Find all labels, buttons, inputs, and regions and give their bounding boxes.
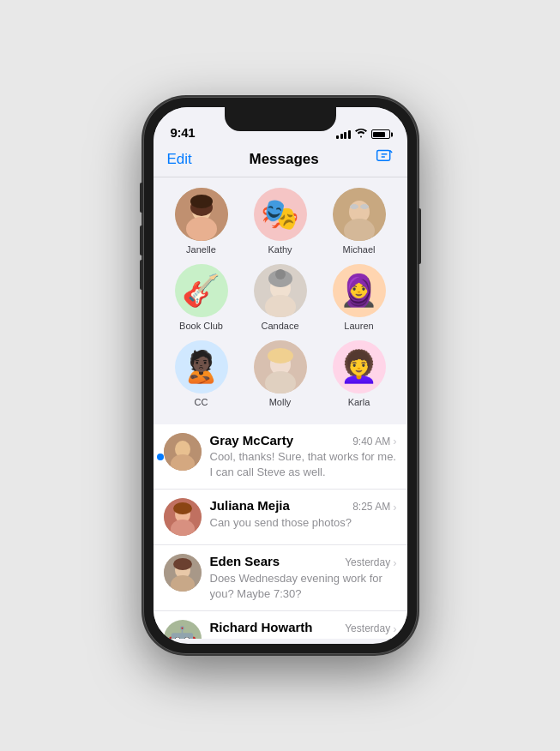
avatar-molly [254,340,307,394]
avatar-juliana [164,498,202,536]
pinned-contact-molly[interactable]: Molly [250,340,311,408]
message-header-eden: Eden Sears Yesterday › [210,554,397,569]
avatar-bookclub: 🎸 [175,264,228,317]
sender-name-gray: Gray McCarty [210,433,294,448]
chevron-eden: › [393,556,396,569]
message-content-gray: Gray McCarty 9:40 AM › Cool, thanks! Sur… [210,433,397,481]
message-preview-richard: Wow, that's so cool! [210,637,397,639]
pinned-contact-janelle[interactable]: Janelle [171,188,232,255]
svg-point-28 [173,502,192,514]
svg-rect-0 [377,151,390,161]
nav-bar: Edit Messages [154,145,407,177]
page-title: Messages [250,151,319,168]
message-item-juliana[interactable]: Juliana Mejia 8:25 AM › Can you send tho… [154,490,407,545]
svg-point-21 [268,348,293,363]
pinned-name-cc: CC [195,397,208,408]
battery-icon [371,129,390,139]
pinned-contact-candace[interactable]: Candace [250,264,311,332]
chevron-gray: › [393,435,396,448]
avatar-richard: 🤖 [164,620,202,639]
status-icons [336,129,390,140]
message-item-gray[interactable]: Gray McCarty 9:40 AM › Cool, thanks! Sur… [154,424,407,490]
avatar-cc: 🙎🏿 [175,340,228,394]
pinned-contact-lauren[interactable]: 🧕 Lauren [328,264,390,332]
pinned-name-candace: Candace [261,321,298,332]
message-preview-juliana: Can you send those photos? [210,515,397,531]
sender-name-juliana: Juliana Mejia [210,498,290,513]
message-item-richard[interactable]: 🤖 Richard Howarth Yesterday › Wow, that'… [154,611,407,639]
svg-point-12 [360,204,369,209]
pinned-contact-cc[interactable]: 🙎🏿 CC [171,340,232,408]
pinned-contact-bookclub[interactable]: 🎸 Book Club [171,264,232,332]
pinned-contact-michael[interactable]: Michael [328,188,390,255]
avatar-karla: 👩‍🦱 [333,340,386,394]
message-time-richard: Yesterday › [345,622,396,635]
sender-name-richard: Richard Howarth [210,620,313,634]
notch [225,107,336,131]
pinned-row-2: 🎸 Book Club [154,264,407,332]
svg-point-5 [186,217,217,241]
message-content-richard: Richard Howarth Yesterday › Wow, that's … [210,620,397,639]
avatar-eden [164,554,202,592]
message-preview-gray: Cool, thanks! Sure, that works for me. I… [210,449,397,480]
phone-screen: 9:41 [154,107,407,644]
pinned-name-karla: Karla [348,397,370,408]
pinned-name-lauren: Lauren [344,321,373,332]
chevron-juliana: › [393,501,396,514]
avatar-lauren: 🧕 [333,264,386,317]
avatar-candace [254,264,307,317]
svg-point-11 [350,204,358,209]
pinned-name-molly: Molly [269,397,292,408]
edit-button[interactable]: Edit [167,151,192,168]
pinned-contact-kathy[interactable]: 🎭 Kathy [250,188,311,255]
pinned-row-1: Janelle 🎭 Kathy [154,188,407,255]
avatar-janelle [175,188,228,241]
pinned-name-bookclub: Book Club [179,321,223,332]
status-time: 9:41 [171,125,196,140]
unread-indicator [157,454,164,460]
message-content-juliana: Juliana Mejia 8:25 AM › Can you send tho… [210,498,397,531]
message-time-gray: 9:40 AM › [352,435,396,448]
pinned-contact-karla[interactable]: 👩‍🦱 Karla [328,340,390,408]
avatar-michael [333,188,386,241]
chevron-richard: › [393,622,396,635]
svg-point-32 [173,558,192,570]
message-time-juliana: 8:25 AM › [352,501,396,514]
phone-frame: 9:41 [143,97,418,654]
message-header-gray: Gray McCarty 9:40 AM › [210,433,397,448]
sender-name-eden: Eden Sears [210,554,280,568]
message-content-eden: Eden Sears Yesterday › Does Wednesday ev… [210,554,397,602]
avatar-kathy: 🎭 [254,188,307,241]
pinned-name-janelle: Janelle [186,244,216,255]
message-preview-eden: Does Wednesday evening work for you? May… [210,571,397,602]
message-list: Gray McCarty 9:40 AM › Cool, thanks! Sur… [154,424,407,639]
pinned-name-kathy: Kathy [268,244,292,255]
scroll-content[interactable]: Janelle 🎭 Kathy [154,177,407,639]
message-header-juliana: Juliana Mejia 8:25 AM › [210,498,397,514]
svg-point-17 [275,269,286,279]
signal-icon [336,130,351,139]
message-time-eden: Yesterday › [345,556,396,569]
message-item-eden[interactable]: Eden Sears Yesterday › Does Wednesday ev… [154,545,407,611]
pinned-row-3: 🙎🏿 CC Molly [154,340,407,408]
message-header-richard: Richard Howarth Yesterday › [210,620,397,635]
compose-button[interactable] [376,148,393,170]
svg-point-7 [190,195,213,208]
pinned-name-michael: Michael [343,244,376,255]
pinned-contacts-section: Janelle 🎭 Kathy [154,177,407,424]
wifi-icon [355,129,367,140]
avatar-gray [164,433,202,471]
